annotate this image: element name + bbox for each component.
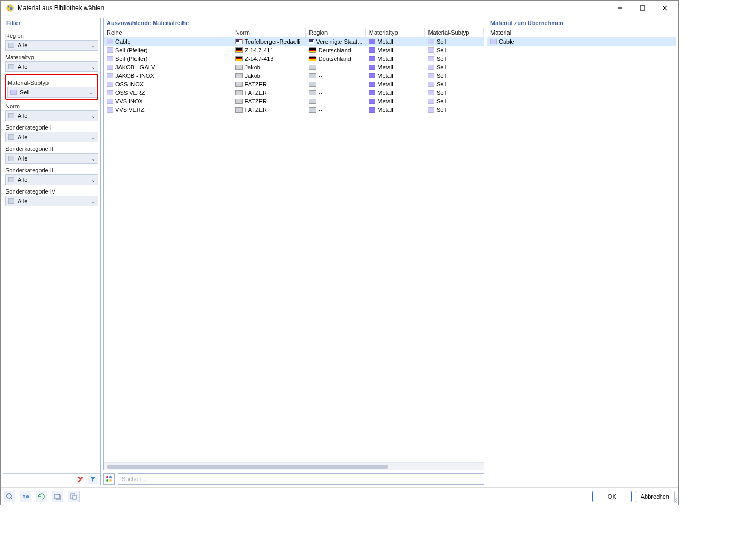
cell-text: Metall	[377, 107, 393, 113]
center-panel: Auszuwählende Materialreihe ReiheNormReg…	[103, 18, 484, 485]
selected-material-row[interactable]: Cable	[487, 37, 676, 46]
footer-tool-2-icon[interactable]: 0,00	[20, 491, 31, 502]
filter-select-sonderkategorie-i[interactable]: Alle⌄	[5, 132, 98, 142]
swatch-icon	[428, 47, 434, 53]
footer-tool-3-icon[interactable]	[36, 491, 47, 502]
filter-value: Seil	[20, 89, 89, 95]
footer-tool-4-icon[interactable]	[52, 491, 63, 502]
minimize-button[interactable]	[609, 1, 631, 15]
filter-chip-icon	[8, 156, 14, 161]
dialog-window: Material aus Bibliothek wählen Filter Re…	[0, 0, 679, 505]
filter-value: Alle	[18, 155, 91, 162]
resize-grip-icon[interactable]	[672, 498, 677, 503]
filter-select-region[interactable]: Alle⌄	[5, 40, 98, 51]
window-title: Material aus Bibliothek wählen	[18, 4, 609, 12]
cell-text: Seil	[436, 64, 446, 70]
filter-value: Alle	[18, 177, 91, 183]
cell-text: JAKOB - INOX	[115, 73, 154, 79]
cell-text: Seil	[436, 98, 446, 105]
swatch-icon	[369, 107, 375, 113]
table-row[interactable]: VVS VERZFATZER--MetallSeil	[104, 106, 484, 114]
filter-chip-icon	[8, 177, 14, 182]
filter-select-sonderkategorie-iii[interactable]: Alle⌄	[5, 174, 98, 185]
cell-text: --	[319, 90, 322, 96]
table-row[interactable]: JAKOB - INOXJakob--MetallSeil	[104, 71, 484, 80]
flag-icon	[235, 47, 243, 53]
titlebar[interactable]: Material aus Bibliothek wählen	[1, 1, 678, 15]
search-placeholder: Suchen...	[122, 476, 146, 482]
svg-point-5	[106, 476, 108, 478]
swatch-icon	[107, 90, 113, 95]
filter-label-6: Sonderkategorie III	[5, 164, 98, 174]
cell-text: Metall	[377, 64, 393, 70]
filter-label-3: Norm	[5, 100, 98, 110]
material-table[interactable]: ReiheNormRegionMaterialtypMaterial-Subty…	[104, 28, 484, 114]
filter-value: Alle	[18, 63, 91, 70]
column-header[interactable]: Reihe	[104, 28, 232, 37]
table-row[interactable]: CableTeufelberger-RedaelliVereinigte Sta…	[104, 37, 484, 46]
filter-select-norm[interactable]: Alle⌄	[5, 110, 98, 121]
cell-text: Seil	[436, 73, 446, 79]
filter-select-materialtyp[interactable]: Alle⌄	[5, 61, 98, 72]
cell-text: FATZER	[245, 81, 267, 87]
filter-label-2: Material-Subtyp	[7, 76, 96, 87]
cell-text: Deutschland	[319, 47, 351, 53]
filter-select-sonderkategorie-iv[interactable]: Alle⌄	[5, 196, 98, 206]
swatch-icon	[369, 56, 375, 61]
filter-icon[interactable]	[88, 475, 98, 484]
search-input[interactable]: Suchen...	[118, 473, 484, 485]
svg-point-4	[81, 477, 83, 479]
cell-text: Seil	[436, 55, 446, 62]
column-header[interactable]: Norm	[232, 28, 306, 37]
chevron-down-icon: ⌄	[91, 198, 96, 204]
column-header[interactable]: Material-Subtyp	[425, 28, 484, 37]
table-row[interactable]: Seil (Pfeifer)Z-14.7-413DeutschlandMetal…	[104, 54, 484, 63]
cell-text: VVS VERZ	[115, 107, 144, 113]
material-uebernehmen-panel: Material zum Übernehmen Material Cable	[487, 18, 676, 485]
flag-icon	[235, 90, 243, 95]
table-row[interactable]: VVS INOXFATZER--MetallSeil	[104, 97, 484, 106]
flag-icon	[235, 65, 243, 70]
column-header[interactable]: Materialtyp	[365, 28, 425, 37]
svg-rect-11	[55, 494, 59, 499]
column-header[interactable]: Region	[306, 28, 366, 37]
cell-text: --	[319, 64, 322, 70]
swatch-icon	[428, 39, 434, 44]
flag-icon	[309, 56, 316, 61]
filter-select-material-subtyp[interactable]: Seil⌄	[7, 87, 96, 98]
footer-tool-5-icon[interactable]	[68, 491, 80, 502]
svg-point-9	[7, 494, 11, 498]
cell-text: Metall	[377, 73, 393, 79]
swatch-icon	[369, 99, 375, 104]
search-settings-icon[interactable]	[103, 473, 115, 485]
uebernehmen-column-header[interactable]: Material	[487, 28, 676, 37]
clear-filter-icon[interactable]	[75, 475, 85, 484]
maximize-button[interactable]	[631, 1, 654, 15]
table-row[interactable]: JAKOB - GALVJakob--MetallSeil	[104, 63, 484, 71]
swatch-icon	[369, 90, 375, 95]
table-row[interactable]: OSS VERZFATZER--MetallSeil	[104, 89, 484, 97]
close-button[interactable]	[654, 1, 676, 15]
flag-icon	[309, 99, 316, 104]
cell-text: Metall	[377, 81, 393, 87]
swatch-icon	[428, 65, 434, 70]
filter-select-sonderkategorie-ii[interactable]: Alle⌄	[5, 153, 98, 164]
cell-text: Metall	[377, 38, 393, 45]
table-row[interactable]: Seil (Pfeifer)Z-14.7-411DeutschlandMetal…	[104, 46, 484, 54]
cancel-button[interactable]: Abbrechen	[635, 491, 675, 502]
flag-icon	[235, 39, 243, 44]
swatch-icon	[428, 73, 434, 78]
chevron-down-icon: ⌄	[91, 43, 96, 49]
footer-tool-1-icon[interactable]	[4, 491, 15, 502]
swatch-icon	[369, 73, 375, 78]
table-row[interactable]: OSS INOXFATZER--MetallSeil	[104, 80, 484, 89]
cell-text: --	[319, 98, 322, 105]
swatch-icon	[107, 47, 113, 53]
cell-text: --	[319, 81, 322, 87]
filter-label-0: Region	[5, 29, 98, 40]
flag-icon	[309, 107, 316, 113]
horizontal-scrollbar[interactable]	[104, 462, 484, 470]
filter-label-4: Sonderkategorie I	[5, 121, 98, 132]
cell-text: Jakob	[245, 64, 260, 70]
ok-button[interactable]: OK	[592, 491, 632, 502]
